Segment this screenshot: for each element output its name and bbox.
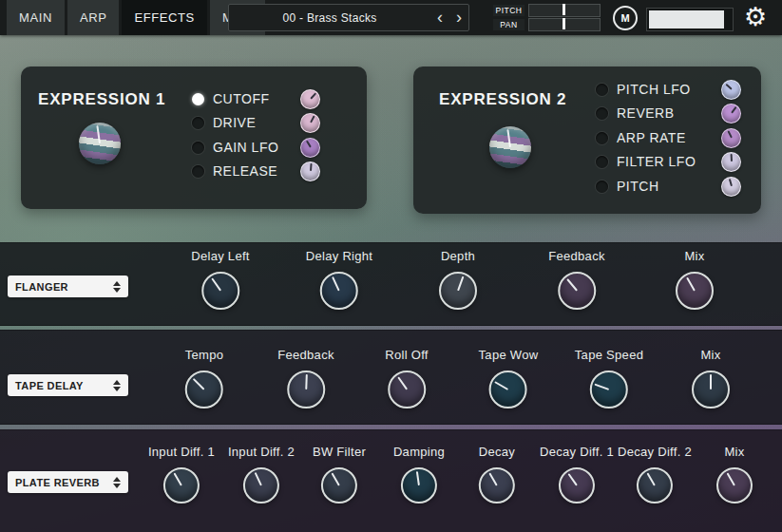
- expression-2-target-pitch-lfo: PITCH LFO: [596, 80, 741, 99]
- knob-label: BW Filter: [313, 445, 366, 459]
- tape-delay-tape-wow-knob[interactable]: [489, 370, 527, 408]
- knob-needle: [489, 473, 498, 486]
- tape-delay-tape-speed-knob[interactable]: [590, 370, 628, 408]
- radio-dot[interactable]: [192, 165, 204, 178]
- fx-slot-2-selector[interactable]: TAPE DELAY: [8, 374, 128, 396]
- expression-2-target-arp-rate: ARP RATE: [596, 128, 741, 147]
- filter-lfo-amount-knob[interactable]: [721, 152, 741, 172]
- target-label: REVERB: [617, 105, 721, 121]
- fx-slot-3-selector[interactable]: PLATE REVERB: [8, 471, 128, 493]
- pan-slider-handle[interactable]: [563, 18, 565, 29]
- knob-needle: [506, 129, 511, 147]
- reverb-mix-knob[interactable]: [716, 467, 753, 504]
- radio-dot[interactable]: [192, 142, 204, 154]
- reverb-input-diff-2-knob[interactable]: [243, 467, 279, 504]
- fx-knob-group: Mix: [676, 249, 714, 310]
- knob-label: Decay Diff. 2: [618, 445, 692, 459]
- tab-main[interactable]: MAIN: [7, 0, 65, 35]
- fx-knob-group: Feedback: [548, 249, 605, 310]
- preset-selector[interactable]: 00 - Brass Stacks ‹ ›: [228, 4, 469, 31]
- flanger-delay-right-knob[interactable]: [320, 272, 358, 310]
- knob-label: Delay Left: [191, 249, 250, 263]
- reverb-input-diff-1-knob[interactable]: [163, 467, 200, 504]
- top-bar: MAIN ARP EFFECTS MOD 00 - Brass Stacks ‹…: [0, 0, 782, 35]
- knob-needle: [397, 376, 408, 390]
- selector-arrows-icon: [113, 477, 121, 488]
- pitch-amount-knob[interactable]: [721, 177, 741, 197]
- expression-1-target-release: RELEASE: [192, 162, 320, 180]
- knob-needle: [728, 179, 732, 186]
- fx-slot-1-name: FLANGER: [15, 281, 68, 293]
- reverb-amount-knob[interactable]: [721, 104, 741, 124]
- knob-needle: [255, 472, 262, 485]
- expression-1-title: EXPRESSION 1: [38, 90, 165, 109]
- fx-slot-2-name: TAPE DELAY: [15, 380, 84, 391]
- release-amount-knob[interactable]: [300, 162, 320, 181]
- knob-needle: [710, 374, 712, 390]
- drive-amount-knob[interactable]: [300, 113, 320, 133]
- reverb-decay-diff-1-knob[interactable]: [559, 467, 595, 504]
- expression-2-target-filter-lfo: FILTER LFO: [596, 152, 741, 171]
- radio-dot[interactable]: [596, 180, 608, 193]
- fx-knob-group: Tape Speed: [575, 348, 643, 408]
- tape-delay-tempo-knob[interactable]: [185, 370, 223, 408]
- cutoff-amount-knob[interactable]: [300, 89, 320, 109]
- knob-needle: [305, 374, 308, 390]
- expression-2-panel: EXPRESSION 2 PITCH LFO REVERB ARP RATE F…: [413, 66, 761, 214]
- target-label: GAIN LFO: [213, 140, 300, 155]
- target-label: DRIVE: [213, 115, 300, 130]
- fx-knob-group: Damping: [393, 445, 445, 504]
- radio-dot[interactable]: [596, 132, 608, 144]
- radio-dot[interactable]: [596, 84, 608, 96]
- knob-label: Decay: [479, 445, 515, 459]
- pitch-slider[interactable]: [528, 4, 601, 17]
- reverb-decay-knob[interactable]: [479, 467, 515, 504]
- fx-knob-group: Delay Left: [191, 249, 250, 310]
- knob-needle: [305, 141, 311, 148]
- tab-arp[interactable]: ARP: [67, 0, 120, 35]
- knob-needle: [310, 163, 313, 171]
- expression-2-knob[interactable]: [489, 126, 531, 168]
- knob-label: Tempo: [185, 348, 224, 362]
- fx-knob-group: Roll Off: [385, 348, 429, 408]
- reverb-bw-filter-knob[interactable]: [321, 467, 357, 504]
- knob-label: Decay Diff. 1: [540, 445, 614, 459]
- radio-dot[interactable]: [596, 107, 608, 120]
- knob-needle: [174, 473, 182, 486]
- radio-dot[interactable]: [192, 117, 204, 129]
- tape-delay-roll-off-knob[interactable]: [388, 370, 426, 408]
- flanger-mix-knob[interactable]: [676, 272, 714, 310]
- fx-knob-group: Tape Wow: [479, 348, 539, 408]
- knob-label: Tape Speed: [575, 348, 643, 362]
- settings-gear-icon[interactable]: ⚙: [744, 1, 767, 33]
- gain-lfo-amount-knob[interactable]: [300, 138, 320, 158]
- knob-needle: [730, 154, 732, 162]
- fx-slot-1-selector[interactable]: FLANGER: [8, 276, 128, 297]
- flanger-delay-left-knob[interactable]: [201, 272, 239, 310]
- expression-1-knob[interactable]: [79, 123, 121, 164]
- knob-label: Damping: [393, 445, 445, 459]
- pan-slider[interactable]: [528, 18, 601, 31]
- tab-effects[interactable]: EFFECTS: [122, 0, 206, 35]
- flanger-depth-knob[interactable]: [439, 272, 477, 310]
- tape-delay-feedback-knob[interactable]: [287, 370, 325, 408]
- midi-button[interactable]: M: [613, 6, 638, 30]
- plugin-window: MAIN ARP EFFECTS MOD 00 - Brass Stacks ‹…: [0, 0, 782, 532]
- knob-needle: [727, 473, 735, 486]
- fx-knob-group: Mix: [716, 445, 753, 504]
- fx-knob-group: Mix: [692, 348, 730, 408]
- preset-next-icon[interactable]: ›: [449, 6, 468, 29]
- flanger-feedback-knob[interactable]: [558, 272, 596, 310]
- knob-label: Mix: [700, 348, 720, 362]
- reverb-damping-knob[interactable]: [401, 467, 437, 504]
- reverb-decay-diff-2-knob[interactable]: [637, 467, 673, 504]
- radio-dot[interactable]: [596, 156, 608, 168]
- pitch-lfo-amount-knob[interactable]: [721, 80, 741, 100]
- pitch-slider-handle[interactable]: [563, 4, 565, 15]
- master-volume-slider[interactable]: [646, 8, 734, 31]
- radio-dot[interactable]: [192, 93, 204, 105]
- preset-prev-icon[interactable]: ‹: [430, 6, 449, 29]
- arp-rate-amount-knob[interactable]: [721, 128, 741, 148]
- tape-delay-mix-knob[interactable]: [692, 370, 730, 408]
- selector-arrows-icon: [113, 281, 121, 293]
